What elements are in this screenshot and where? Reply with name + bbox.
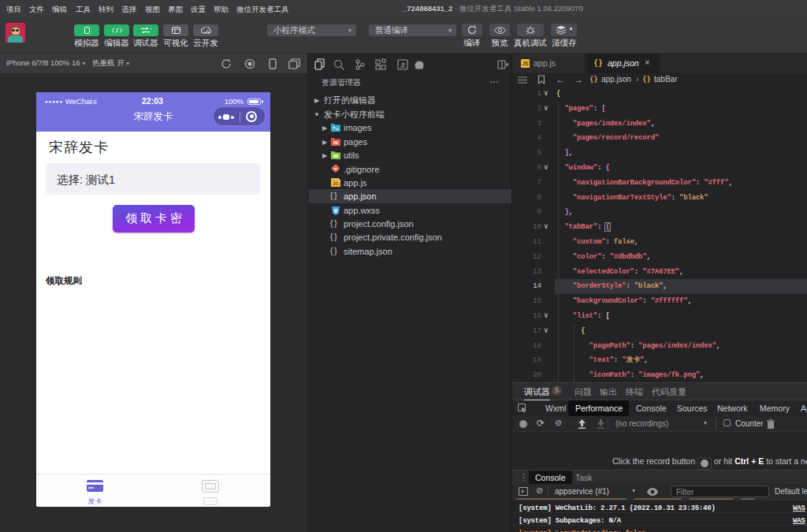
svg-text:JS: JS	[333, 181, 338, 186]
